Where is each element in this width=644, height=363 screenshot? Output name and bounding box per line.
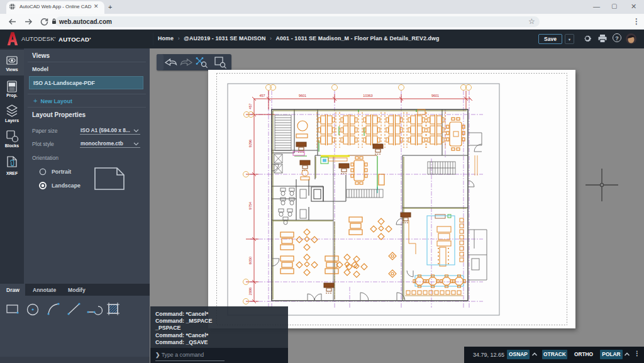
svg-text:Prop.: Prop. — [6, 93, 17, 98]
svg-text:XREF: XREF — [6, 171, 18, 176]
svg-text:2886: 2886 — [248, 288, 252, 295]
svg-text:9601: 9601 — [431, 94, 439, 98]
svg-text:10363: 10363 — [363, 94, 372, 98]
svg-text:9601: 9601 — [299, 94, 306, 98]
svg-text:9754: 9754 — [248, 202, 252, 209]
svg-text:6050: 6050 — [248, 257, 252, 264]
svg-text:Views: Views — [6, 67, 18, 72]
svg-text:457: 457 — [259, 94, 265, 98]
svg-text:457: 457 — [248, 103, 252, 109]
svg-text:Blocks: Blocks — [5, 143, 19, 148]
svg-text:Layers: Layers — [5, 118, 19, 123]
svg-text:9296: 9296 — [248, 140, 252, 147]
